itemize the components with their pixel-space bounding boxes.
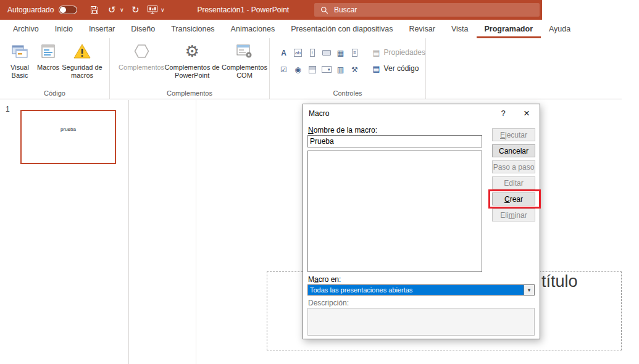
editar-button[interactable]: Editar <box>492 176 535 189</box>
tab-revisar[interactable]: Revisar <box>401 20 443 38</box>
visual-basic-button[interactable]: Visual Basic <box>5 38 35 90</box>
autosave-toggle[interactable] <box>59 6 77 14</box>
complementos-powerpoint-label: Complementos de PowerPoint <box>164 64 220 79</box>
qat-more-icon[interactable]: ∨ <box>159 2 166 18</box>
ribbon: Visual Basic Macros Seguridad de macros … <box>0 38 622 99</box>
ver-codigo-label: Ver código <box>384 64 419 73</box>
tab-inicio[interactable]: Inicio <box>47 20 81 38</box>
gear-icon: ⚙ <box>185 43 199 60</box>
redo-icon[interactable]: ↻ <box>128 2 143 18</box>
ribbon-group-complementos: Complementos ⚙ Complementos de PowerPoin… <box>110 38 270 99</box>
optionbutton-control-icon[interactable]: ◉ <box>291 64 304 75</box>
macro-name-input[interactable] <box>307 135 482 147</box>
search-box[interactable]: Buscar <box>314 3 540 17</box>
help-icon[interactable]: ? <box>493 104 514 122</box>
propiedades-label: Propiedades <box>384 48 425 57</box>
macros-icon <box>41 43 56 60</box>
label-control-icon[interactable]: A <box>277 48 290 58</box>
ribbon-group-codigo: Visual Basic Macros Seguridad de macros … <box>0 38 110 99</box>
textbox-control-icon[interactable]: ab <box>291 48 304 58</box>
complementos-label: Complementos <box>119 64 164 72</box>
tab-programador[interactable]: Programador <box>477 20 541 38</box>
warning-icon <box>73 43 91 60</box>
hexagon-addin-icon <box>133 43 150 60</box>
description-label: Descripción: <box>308 299 349 307</box>
visual-basic-icon <box>12 43 28 60</box>
complementos-button[interactable]: Complementos <box>119 38 164 90</box>
complementos-com-button[interactable]: Complementos COM <box>220 38 269 90</box>
powerpoint-window: Autoguardado ↺ ∨ ↻ ∨ Presentación1 - Pow… <box>0 0 639 364</box>
undo-dropdown-icon[interactable]: ∨ <box>118 2 125 18</box>
macro-name-label: Nombre de la macro: <box>308 126 377 134</box>
dialog-titlebar[interactable]: Macro ? × <box>303 104 540 122</box>
tab-vista[interactable]: Vista <box>443 20 477 38</box>
propiedades-button[interactable]: ▤ Propiedades <box>372 48 425 57</box>
dialog-button-column: Ejecutar Cancelar Paso a paso Editar Cre… <box>492 128 535 221</box>
com-addin-icon <box>236 43 253 60</box>
tab-animaciones[interactable]: Animaciones <box>223 20 283 38</box>
macros-label: Macros <box>37 64 59 72</box>
ver-codigo-button[interactable]: ▤ Ver código <box>372 64 425 73</box>
slideshow-icon[interactable] <box>145 2 160 18</box>
properties-icon: ▤ <box>372 49 380 57</box>
controls-grid: A ab ↕ ▦ ≡ ☑ ◉ ▾ ▥ ⚒ <box>277 48 361 75</box>
cancelar-button[interactable]: Cancelar <box>492 144 535 157</box>
ribbon-group-controles: A ab ↕ ▦ ≡ ☑ ◉ ▾ ▥ ⚒ ▤ Propiedades <box>270 38 426 99</box>
paso-a-paso-button[interactable]: Paso a paso <box>492 160 535 173</box>
checkbox-control-icon[interactable]: ☑ <box>277 64 290 75</box>
combobox-control-icon[interactable]: ▾ <box>320 64 333 75</box>
macro-in-dropdown[interactable]: Todas las presentaciones abiertas ▾ <box>307 284 535 296</box>
panel-divider[interactable] <box>128 100 129 364</box>
group-caption-codigo: Código <box>0 89 109 97</box>
complementos-powerpoint-button[interactable]: ⚙ Complementos de PowerPoint <box>164 38 220 90</box>
save-icon[interactable] <box>87 2 102 18</box>
image-control-icon[interactable]: ▦ <box>334 48 347 58</box>
tab-diseno[interactable]: Diseño <box>123 20 163 38</box>
visual-basic-label: Visual Basic <box>5 64 35 79</box>
macro-in-label: Macro en: <box>308 275 341 284</box>
ejecutar-button[interactable]: Ejecutar <box>492 128 535 141</box>
eliminar-button[interactable]: Eliminar <box>492 209 535 221</box>
dropdown-arrow-icon[interactable]: ▾ <box>524 285 534 295</box>
view-code-icon: ▤ <box>372 65 380 73</box>
seguridad-macros-button[interactable]: Seguridad de macros <box>62 38 102 90</box>
tab-archivo[interactable]: Archivo <box>5 20 47 38</box>
more-controls-icon[interactable]: ⚒ <box>348 64 361 75</box>
ribbon-tab-bar: Archivo Inicio Insertar Diseño Transicio… <box>0 20 622 38</box>
slide-left-edge <box>196 100 196 364</box>
slide-number: 1 <box>6 105 10 114</box>
commandbutton-control-icon[interactable] <box>320 48 333 58</box>
tab-presentacion[interactable]: Presentación con diapositivas <box>283 20 401 38</box>
complementos-com-label: Complementos COM <box>220 64 269 79</box>
slide-thumbnail[interactable]: prueba <box>20 110 116 164</box>
tab-ayuda[interactable]: Ayuda <box>541 20 578 38</box>
undo-icon[interactable]: ↺ <box>104 2 119 18</box>
autosave-label: Autoguardado <box>7 6 54 14</box>
macro-listbox[interactable] <box>307 151 482 272</box>
scrollbar-control-icon[interactable]: ▥ <box>334 64 347 75</box>
group-caption-complementos: Complementos <box>110 89 269 97</box>
titlebar: Autoguardado ↺ ∨ ↻ ∨ Presentación1 - Pow… <box>0 0 542 20</box>
slide-thumbnail-title: prueba <box>22 126 115 132</box>
tab-insertar[interactable]: Insertar <box>81 20 123 38</box>
dialog-title: Macro <box>309 109 493 118</box>
listbox-control-icon[interactable]: ≡ <box>348 48 361 58</box>
search-icon <box>320 6 328 14</box>
macro-in-value: Todas las presentaciones abiertas <box>308 285 524 295</box>
tab-transiciones[interactable]: Transiciones <box>163 20 222 38</box>
togglebutton-control-icon[interactable] <box>306 64 319 75</box>
description-box <box>307 308 535 336</box>
title-placeholder-text: título <box>541 272 578 291</box>
spinbutton-control-icon[interactable]: ↕ <box>306 48 319 58</box>
group-caption-controles: Controles <box>270 89 425 97</box>
macros-button[interactable]: Macros <box>35 38 62 90</box>
crear-button[interactable]: Crear <box>492 192 535 205</box>
search-placeholder: Buscar <box>334 6 357 14</box>
close-icon[interactable]: × <box>514 104 540 122</box>
seguridad-macros-label: Seguridad de macros <box>62 64 102 79</box>
toggle-knob <box>60 7 66 13</box>
macro-dialog: Macro ? × Nombre de la macro: Ejecutar C… <box>303 104 540 339</box>
window-title: Presentación1 - PowerPoint <box>197 6 289 14</box>
